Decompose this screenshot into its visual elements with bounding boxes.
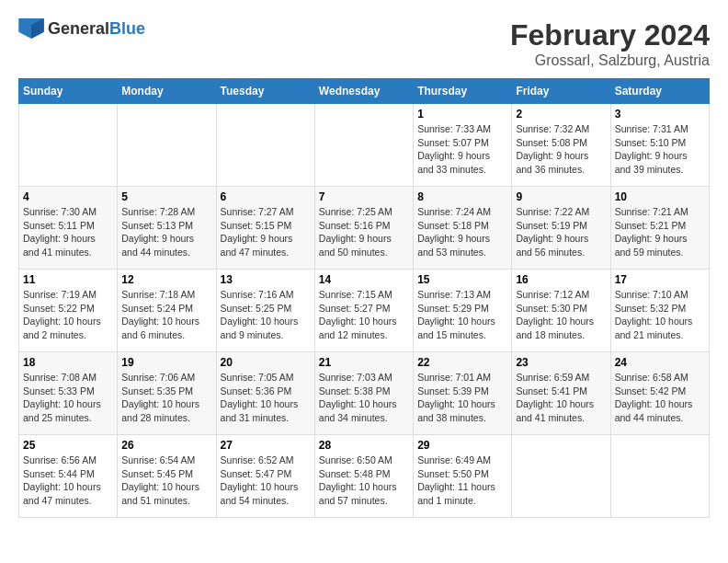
logo-general-text: General bbox=[48, 19, 109, 39]
calendar-day-cell: 29Sunrise: 6:49 AM Sunset: 5:50 PM Dayli… bbox=[414, 435, 512, 518]
day-number: 27 bbox=[221, 439, 311, 452]
day-info: Sunrise: 7:03 AM Sunset: 5:38 PM Dayligh… bbox=[319, 371, 409, 425]
day-info: Sunrise: 6:50 AM Sunset: 5:48 PM Dayligh… bbox=[319, 454, 409, 508]
title-area: February 2024 Grossarl, Salzburg, Austri… bbox=[510, 18, 710, 69]
day-info: Sunrise: 7:08 AM Sunset: 5:33 PM Dayligh… bbox=[23, 371, 113, 425]
calendar-day-cell bbox=[610, 435, 709, 518]
calendar-day-cell bbox=[19, 104, 118, 187]
day-info: Sunrise: 7:28 AM Sunset: 5:13 PM Dayligh… bbox=[121, 205, 211, 259]
day-number: 2 bbox=[516, 108, 606, 121]
calendar-day-cell: 10Sunrise: 7:21 AM Sunset: 5:21 PM Dayli… bbox=[610, 187, 709, 270]
calendar-day-cell: 27Sunrise: 6:52 AM Sunset: 5:47 PM Dayli… bbox=[216, 435, 314, 518]
calendar-day-cell: 3Sunrise: 7:31 AM Sunset: 5:10 PM Daylig… bbox=[610, 104, 709, 187]
calendar-table: Sunday Monday Tuesday Wednesday Thursday… bbox=[18, 78, 710, 518]
day-info: Sunrise: 7:21 AM Sunset: 5:21 PM Dayligh… bbox=[615, 205, 705, 259]
day-number: 5 bbox=[121, 190, 211, 203]
calendar-day-cell: 9Sunrise: 7:22 AM Sunset: 5:19 PM Daylig… bbox=[512, 187, 610, 270]
calendar-day-cell: 12Sunrise: 7:18 AM Sunset: 5:24 PM Dayli… bbox=[118, 270, 216, 352]
calendar-week-row: 11Sunrise: 7:19 AM Sunset: 5:22 PM Dayli… bbox=[19, 270, 710, 352]
header-saturday: Saturday bbox=[610, 79, 709, 104]
logo: General Blue bbox=[18, 18, 145, 39]
calendar-week-row: 18Sunrise: 7:08 AM Sunset: 5:33 PM Dayli… bbox=[19, 352, 710, 435]
day-info: Sunrise: 7:15 AM Sunset: 5:27 PM Dayligh… bbox=[319, 288, 409, 342]
logo-blue-text: Blue bbox=[109, 19, 145, 39]
day-number: 24 bbox=[615, 356, 705, 369]
day-info: Sunrise: 7:31 AM Sunset: 5:10 PM Dayligh… bbox=[615, 122, 705, 177]
calendar-day-cell: 22Sunrise: 7:01 AM Sunset: 5:39 PM Dayli… bbox=[414, 352, 512, 435]
calendar-day-cell: 24Sunrise: 6:58 AM Sunset: 5:42 PM Dayli… bbox=[610, 352, 709, 435]
calendar-day-cell: 7Sunrise: 7:25 AM Sunset: 5:16 PM Daylig… bbox=[314, 187, 413, 270]
calendar-day-cell bbox=[216, 104, 314, 187]
calendar-day-cell: 21Sunrise: 7:03 AM Sunset: 5:38 PM Dayli… bbox=[314, 352, 413, 435]
day-info: Sunrise: 6:54 AM Sunset: 5:45 PM Dayligh… bbox=[121, 454, 211, 508]
day-info: Sunrise: 7:24 AM Sunset: 5:18 PM Dayligh… bbox=[417, 205, 507, 259]
day-info: Sunrise: 7:18 AM Sunset: 5:24 PM Dayligh… bbox=[121, 288, 211, 342]
day-number: 21 bbox=[319, 356, 409, 369]
header-sunday: Sunday bbox=[19, 79, 118, 104]
day-info: Sunrise: 7:27 AM Sunset: 5:15 PM Dayligh… bbox=[221, 205, 311, 259]
calendar-day-cell: 11Sunrise: 7:19 AM Sunset: 5:22 PM Dayli… bbox=[19, 270, 118, 352]
calendar-day-cell bbox=[512, 435, 610, 518]
calendar-day-cell: 6Sunrise: 7:27 AM Sunset: 5:15 PM Daylig… bbox=[216, 187, 314, 270]
day-info: Sunrise: 6:52 AM Sunset: 5:47 PM Dayligh… bbox=[221, 454, 311, 508]
calendar-day-cell: 25Sunrise: 6:56 AM Sunset: 5:44 PM Dayli… bbox=[19, 435, 118, 518]
calendar-title: February 2024 bbox=[510, 18, 710, 52]
day-info: Sunrise: 6:59 AM Sunset: 5:41 PM Dayligh… bbox=[516, 371, 606, 425]
day-number: 17 bbox=[615, 273, 705, 286]
day-number: 28 bbox=[319, 439, 409, 452]
day-info: Sunrise: 7:06 AM Sunset: 5:35 PM Dayligh… bbox=[121, 371, 211, 425]
day-number: 19 bbox=[121, 356, 211, 369]
day-number: 1 bbox=[417, 108, 507, 121]
day-number: 15 bbox=[417, 273, 507, 286]
day-number: 12 bbox=[121, 273, 211, 286]
day-number: 11 bbox=[23, 273, 113, 286]
day-info: Sunrise: 6:58 AM Sunset: 5:42 PM Dayligh… bbox=[615, 371, 705, 425]
header-tuesday: Tuesday bbox=[216, 79, 314, 104]
day-number: 9 bbox=[516, 190, 606, 203]
calendar-day-cell: 13Sunrise: 7:16 AM Sunset: 5:25 PM Dayli… bbox=[216, 270, 314, 352]
day-number: 13 bbox=[221, 273, 311, 286]
day-number: 25 bbox=[23, 439, 113, 452]
day-number: 6 bbox=[221, 190, 311, 203]
calendar-week-row: 4Sunrise: 7:30 AM Sunset: 5:11 PM Daylig… bbox=[19, 187, 710, 270]
calendar-day-cell: 16Sunrise: 7:12 AM Sunset: 5:30 PM Dayli… bbox=[512, 270, 610, 352]
day-number: 16 bbox=[516, 273, 606, 286]
header-thursday: Thursday bbox=[414, 79, 512, 104]
calendar-day-cell: 14Sunrise: 7:15 AM Sunset: 5:27 PM Dayli… bbox=[314, 270, 413, 352]
calendar-week-row: 1Sunrise: 7:33 AM Sunset: 5:07 PM Daylig… bbox=[19, 104, 710, 187]
day-number: 7 bbox=[319, 190, 409, 203]
day-number: 14 bbox=[319, 273, 409, 286]
day-number: 23 bbox=[516, 356, 606, 369]
day-number: 3 bbox=[615, 108, 705, 121]
day-info: Sunrise: 7:32 AM Sunset: 5:08 PM Dayligh… bbox=[516, 122, 606, 177]
calendar-day-cell bbox=[314, 104, 413, 187]
header-friday: Friday bbox=[512, 79, 610, 104]
day-number: 26 bbox=[121, 439, 211, 452]
calendar-day-cell: 5Sunrise: 7:28 AM Sunset: 5:13 PM Daylig… bbox=[118, 187, 216, 270]
day-number: 22 bbox=[417, 356, 507, 369]
calendar-subtitle: Grossarl, Salzburg, Austria bbox=[510, 52, 710, 69]
day-info: Sunrise: 7:16 AM Sunset: 5:25 PM Dayligh… bbox=[221, 288, 311, 342]
calendar-day-cell: 19Sunrise: 7:06 AM Sunset: 5:35 PM Dayli… bbox=[118, 352, 216, 435]
day-number: 20 bbox=[221, 356, 311, 369]
logo-icon bbox=[18, 18, 44, 39]
day-info: Sunrise: 7:25 AM Sunset: 5:16 PM Dayligh… bbox=[319, 205, 409, 259]
day-info: Sunrise: 7:12 AM Sunset: 5:30 PM Dayligh… bbox=[516, 288, 606, 342]
calendar-week-row: 25Sunrise: 6:56 AM Sunset: 5:44 PM Dayli… bbox=[19, 435, 710, 518]
calendar-day-cell: 15Sunrise: 7:13 AM Sunset: 5:29 PM Dayli… bbox=[414, 270, 512, 352]
day-info: Sunrise: 7:01 AM Sunset: 5:39 PM Dayligh… bbox=[417, 371, 507, 425]
calendar-day-cell: 26Sunrise: 6:54 AM Sunset: 5:45 PM Dayli… bbox=[118, 435, 216, 518]
day-info: Sunrise: 7:19 AM Sunset: 5:22 PM Dayligh… bbox=[23, 288, 113, 342]
day-info: Sunrise: 6:56 AM Sunset: 5:44 PM Dayligh… bbox=[23, 454, 113, 508]
day-number: 10 bbox=[615, 190, 705, 203]
calendar-header: Sunday Monday Tuesday Wednesday Thursday… bbox=[19, 79, 710, 104]
day-info: Sunrise: 6:49 AM Sunset: 5:50 PM Dayligh… bbox=[417, 454, 507, 508]
calendar-day-cell: 28Sunrise: 6:50 AM Sunset: 5:48 PM Dayli… bbox=[314, 435, 413, 518]
day-info: Sunrise: 7:22 AM Sunset: 5:19 PM Dayligh… bbox=[516, 205, 606, 259]
calendar-day-cell: 4Sunrise: 7:30 AM Sunset: 5:11 PM Daylig… bbox=[19, 187, 118, 270]
calendar-day-cell: 2Sunrise: 7:32 AM Sunset: 5:08 PM Daylig… bbox=[512, 104, 610, 187]
calendar-day-cell: 20Sunrise: 7:05 AM Sunset: 5:36 PM Dayli… bbox=[216, 352, 314, 435]
day-info: Sunrise: 7:10 AM Sunset: 5:32 PM Dayligh… bbox=[615, 288, 705, 342]
calendar-body: 1Sunrise: 7:33 AM Sunset: 5:07 PM Daylig… bbox=[19, 104, 710, 518]
calendar-day-cell: 23Sunrise: 6:59 AM Sunset: 5:41 PM Dayli… bbox=[512, 352, 610, 435]
